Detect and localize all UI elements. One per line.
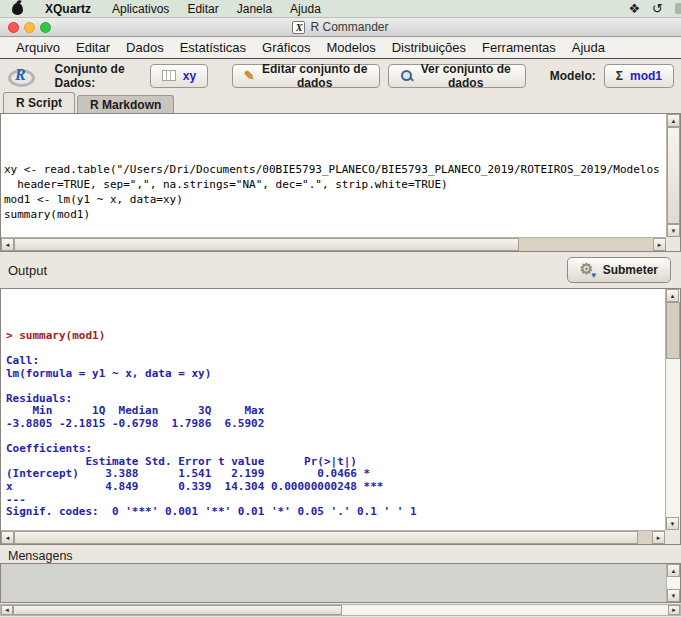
submit-button[interactable]: ⚙ ▼ Submeter [567, 257, 671, 283]
macos-menu-item[interactable]: Aplicativos [103, 2, 178, 16]
screen: XQuartz AplicativosEditarJanelaAjuda ❖ ↺… [0, 0, 681, 617]
output-pane: > summary(mod1) Call:lm(formula = y1 ~ x… [0, 288, 681, 545]
scroll-right-button[interactable]: ► [668, 605, 680, 615]
output-line: Signif. codes: 0 '***' 0.001 '**' 0.01 '… [6, 506, 665, 519]
rcmdr-menubar: ArquivoEditarDadosEstatísticasGráficosMo… [0, 37, 681, 59]
script-vertical-scrollbar: ▲ ▼ [666, 114, 680, 237]
minimize-button[interactable] [24, 22, 35, 33]
dropbox-icon[interactable]: ❖ [628, 2, 640, 15]
macos-menu-item[interactable]: Editar [178, 2, 227, 16]
output-line [6, 431, 665, 444]
scroll-track [519, 238, 653, 251]
menu-item[interactable]: Ferramentas [474, 40, 564, 55]
menu-item[interactable]: Ajuda [564, 40, 613, 55]
output-vertical-scrollbar: ▲ ▼ [665, 289, 680, 530]
script-pane: xy <- read.table("/Users/Dri/Documents/0… [0, 113, 681, 252]
edit-dataset-button[interactable]: ✎ Editar conjunto de dados [232, 64, 380, 88]
apple-menu-icon[interactable] [12, 3, 23, 15]
toolbar: R Conjunto de Dados: xy ✎ Editar conjunt… [0, 59, 681, 92]
script-line: xy <- read.table("/Users/Dri/Documents/0… [4, 162, 664, 177]
script-editor[interactable]: xy <- read.table("/Users/Dri/Documents/0… [1, 114, 666, 237]
dataset-label: Conjunto de Dados: [55, 62, 142, 90]
scroll-track [666, 359, 680, 517]
scroll-right-button[interactable]: ► [653, 238, 666, 251]
output-line [6, 519, 665, 530]
scroll-up-button[interactable]: ▲ [666, 289, 679, 302]
window-titlebar[interactable]: X R Commander [0, 18, 681, 37]
scroll-down-button[interactable]: ▼ [666, 517, 679, 530]
window-title: R Commander [310, 20, 388, 34]
close-button[interactable] [8, 22, 19, 33]
output-line [6, 342, 665, 355]
scroll-track [638, 531, 652, 544]
menu-item[interactable]: Estatísticas [172, 40, 254, 55]
script-line: summary(mod1) [4, 207, 664, 222]
scroll-left-button[interactable]: ◄ [1, 238, 14, 251]
menu-item[interactable]: Arquivo [8, 40, 68, 55]
scroll-left-button[interactable]: ◄ [1, 605, 13, 615]
script-horizontal-scrollbar: ◄ ► [1, 237, 666, 251]
model-label: Modelo: [550, 69, 596, 83]
scroll-thumb[interactable] [14, 238, 519, 251]
output-horizontal-scrollbar: ◄ ► [1, 530, 665, 544]
output-line: Coefficients: [6, 443, 665, 456]
output-line: -3.8805 -2.1815 -0.6798 1.7986 6.5902 [6, 418, 665, 431]
scroll-track [342, 605, 669, 615]
script-line: mod1 <- lm(y1 ~ x, data=xy) [4, 192, 664, 207]
output-label: Output [8, 263, 47, 278]
scroll-up-button[interactable]: ▲ [667, 114, 680, 127]
menu-item[interactable]: Distribuições [384, 40, 474, 55]
scroll-thumb[interactable] [666, 302, 680, 359]
pencil-icon: ✎ [244, 69, 255, 82]
output-line: lm(formula = y1 ~ x, data = xy) [6, 368, 665, 381]
r-logo-icon: R [7, 65, 34, 86]
tab[interactable]: R Script [3, 92, 75, 113]
table-icon [162, 70, 176, 81]
x11-icon: X [292, 21, 305, 34]
script-line: header=TRUE, sep=",", na.strings="NA", d… [4, 177, 664, 192]
output-text[interactable]: > summary(mod1) Call:lm(formula = y1 ~ x… [1, 289, 665, 530]
macos-app-menu[interactable]: XQuartz [37, 2, 99, 16]
macos-menubar: XQuartz AplicativosEditarJanelaAjuda ❖ ↺ [0, 0, 681, 18]
messages-vertical-scrollbar: ▲ ▼ [666, 564, 680, 602]
messages-text[interactable]: [1] NOTA: Versão do R Commander 2.5-2: W… [1, 564, 666, 602]
scroll-thumb[interactable] [13, 605, 342, 615]
output-line: Call: [6, 355, 665, 368]
menu-item[interactable]: Editar [68, 40, 118, 55]
active-model-button[interactable]: Σ mod1 [604, 64, 674, 88]
macos-menu-item[interactable]: Janela [228, 2, 281, 16]
output-line: > summary(mod1) [6, 330, 665, 343]
macos-menu-items: AplicativosEditarJanelaAjuda [103, 2, 330, 16]
output-line: x 4.849 0.339 14.304 0.00000000248 *** [6, 481, 665, 494]
menu-item[interactable]: Gráficos [254, 40, 318, 55]
output-header: Output ⚙ ▼ Submeter [0, 252, 681, 288]
scroll-up-button[interactable]: ▲ [667, 564, 680, 577]
output-line [6, 380, 665, 393]
scroll-thumb[interactable] [667, 127, 680, 224]
clipped-status-icon [675, 3, 681, 14]
dataset-value: xy [183, 69, 196, 83]
scroll-thumb[interactable] [14, 531, 638, 544]
window-title-wrap: X R Commander [292, 20, 388, 34]
view-dataset-button[interactable]: Ver conjunto de dados [388, 64, 526, 88]
scroll-down-button[interactable]: ▼ [667, 589, 680, 602]
gear-run-icon: ⚙ ▼ [580, 262, 597, 278]
macos-menu-item[interactable]: Ajuda [281, 2, 330, 16]
macos-status-icons: ❖ ↺ [628, 2, 673, 15]
messages-pane: [1] NOTA: Versão do R Commander 2.5-2: W… [0, 563, 681, 603]
menu-item[interactable]: Modelos [319, 40, 384, 55]
scroll-down-button[interactable]: ▼ [667, 224, 680, 237]
messages-horizontal-scrollbar: ◄ ► [0, 604, 681, 616]
editor-tabs: R ScriptR Markdown [0, 92, 681, 113]
scroll-left-button[interactable]: ◄ [1, 531, 14, 544]
active-dataset-button[interactable]: xy [150, 64, 208, 88]
tab[interactable]: R Markdown [77, 95, 174, 113]
messages-label: Mensagens [0, 545, 681, 563]
zoom-button[interactable] [40, 22, 51, 33]
recent-items-icon[interactable]: ↺ [652, 2, 663, 15]
model-value: mod1 [630, 69, 662, 83]
menu-item[interactable]: Dados [118, 40, 172, 55]
sigma-icon: Σ [616, 69, 623, 83]
scroll-right-button[interactable]: ► [652, 531, 665, 544]
magnifier-icon [400, 69, 411, 83]
